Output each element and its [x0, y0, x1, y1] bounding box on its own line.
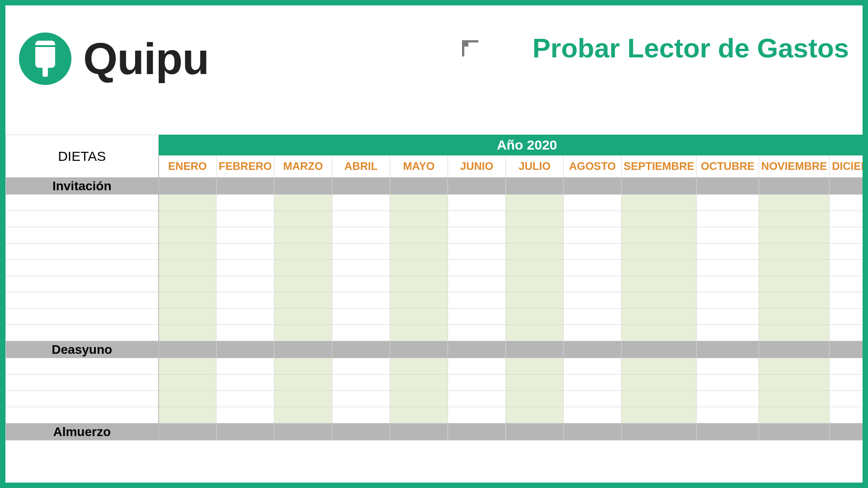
cell[interactable]: [830, 391, 863, 407]
cell[interactable]: [274, 309, 332, 325]
cell[interactable]: [830, 407, 863, 423]
cell[interactable]: [332, 276, 390, 292]
cell[interactable]: [448, 358, 506, 375]
cell[interactable]: [759, 309, 830, 325]
cell[interactable]: [697, 309, 759, 325]
cell[interactable]: [622, 244, 697, 260]
cell[interactable]: [759, 391, 830, 407]
cell[interactable]: [564, 276, 622, 292]
cell[interactable]: [274, 292, 332, 309]
cell[interactable]: [217, 407, 274, 423]
cell[interactable]: [159, 292, 217, 309]
cell[interactable]: [159, 211, 217, 227]
cell[interactable]: [448, 391, 506, 407]
row-label[interactable]: [6, 358, 159, 375]
cell[interactable]: [159, 309, 217, 325]
row-label[interactable]: [6, 391, 159, 407]
row-label[interactable]: [6, 309, 159, 325]
cell[interactable]: [697, 211, 759, 227]
cell[interactable]: [332, 391, 390, 407]
cell[interactable]: [622, 292, 697, 309]
cell[interactable]: [332, 407, 390, 423]
cell[interactable]: [159, 227, 217, 244]
cell[interactable]: [506, 358, 564, 375]
cell[interactable]: [506, 391, 564, 407]
cell[interactable]: [830, 244, 863, 260]
row-label[interactable]: [6, 195, 159, 211]
cell[interactable]: [390, 358, 448, 375]
cell[interactable]: [274, 391, 332, 407]
cell[interactable]: [697, 407, 759, 423]
cell[interactable]: [332, 195, 390, 211]
cell[interactable]: [332, 227, 390, 244]
cell[interactable]: [274, 358, 332, 375]
cell[interactable]: [622, 276, 697, 292]
cell[interactable]: [217, 391, 274, 407]
cell[interactable]: [697, 358, 759, 375]
cell[interactable]: [217, 375, 274, 391]
cell[interactable]: [830, 325, 863, 341]
cell[interactable]: [217, 292, 274, 309]
cell[interactable]: [697, 391, 759, 407]
cell[interactable]: [448, 260, 506, 276]
cell[interactable]: [217, 260, 274, 276]
cell[interactable]: [217, 195, 274, 211]
cell[interactable]: [448, 292, 506, 309]
cell[interactable]: [830, 292, 863, 309]
cell[interactable]: [159, 358, 217, 375]
cell[interactable]: [759, 276, 830, 292]
row-label[interactable]: [6, 211, 159, 227]
cell[interactable]: [564, 358, 622, 375]
cell[interactable]: [830, 195, 863, 211]
cell[interactable]: [217, 244, 274, 260]
cell[interactable]: [759, 407, 830, 423]
cell[interactable]: [759, 195, 830, 211]
cell[interactable]: [332, 211, 390, 227]
cell[interactable]: [159, 244, 217, 260]
cell[interactable]: [159, 195, 217, 211]
cell[interactable]: [622, 227, 697, 244]
cell[interactable]: [564, 211, 622, 227]
cell[interactable]: [697, 325, 759, 341]
row-label[interactable]: [6, 407, 159, 423]
cell[interactable]: [217, 358, 274, 375]
cell[interactable]: [564, 195, 622, 211]
cell[interactable]: [217, 227, 274, 244]
cell[interactable]: [506, 260, 564, 276]
cell[interactable]: [830, 276, 863, 292]
cell[interactable]: [332, 309, 390, 325]
cell[interactable]: [622, 260, 697, 276]
cell[interactable]: [448, 244, 506, 260]
cell[interactable]: [759, 325, 830, 341]
cell[interactable]: [564, 260, 622, 276]
cell[interactable]: [448, 211, 506, 227]
cell[interactable]: [159, 375, 217, 391]
cell[interactable]: [622, 309, 697, 325]
cell[interactable]: [506, 375, 564, 391]
cell[interactable]: [506, 325, 564, 341]
row-label[interactable]: [6, 244, 159, 260]
cell[interactable]: [506, 292, 564, 309]
cell[interactable]: [622, 325, 697, 341]
cell[interactable]: [506, 211, 564, 227]
cell[interactable]: [759, 375, 830, 391]
row-label[interactable]: [6, 276, 159, 292]
cell[interactable]: [564, 407, 622, 423]
cell[interactable]: [506, 195, 564, 211]
row-label[interactable]: [6, 375, 159, 391]
cell[interactable]: [830, 358, 863, 375]
cell[interactable]: [448, 195, 506, 211]
cell[interactable]: [564, 244, 622, 260]
cell[interactable]: [697, 292, 759, 309]
cell[interactable]: [217, 211, 274, 227]
cell[interactable]: [159, 325, 217, 341]
cell[interactable]: [217, 325, 274, 341]
cell[interactable]: [697, 276, 759, 292]
cell[interactable]: [622, 195, 697, 211]
cell[interactable]: [390, 244, 448, 260]
cta-link[interactable]: Probar Lector de Gastos: [533, 33, 849, 64]
cell[interactable]: [759, 358, 830, 375]
cell[interactable]: [830, 211, 863, 227]
cell[interactable]: [564, 292, 622, 309]
cell[interactable]: [506, 227, 564, 244]
